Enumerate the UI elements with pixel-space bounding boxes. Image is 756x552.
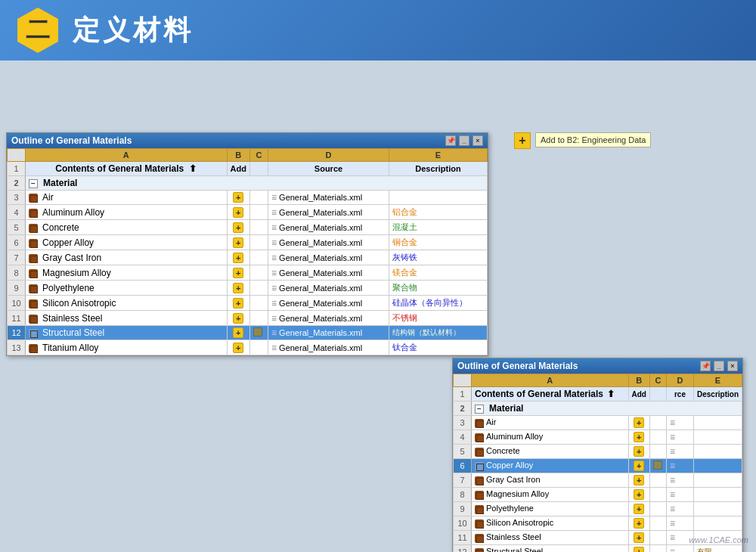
add-icon[interactable]: + (233, 253, 243, 263)
add-icon[interactable]: + (634, 446, 644, 457)
add-cell[interactable]: + (227, 326, 249, 340)
add-icon[interactable]: + (634, 417, 644, 428)
collapse-icon-2[interactable]: − (475, 405, 484, 414)
add-icon[interactable]: + (634, 489, 644, 500)
add-icon[interactable]: + (233, 268, 243, 278)
material-name-cell[interactable]: Structural Steel (472, 545, 629, 553)
material-name-cell[interactable]: Structural Steel (26, 326, 228, 340)
material-name-cell[interactable]: Magnesium Alloy (472, 488, 629, 502)
sort-icon-2[interactable]: ⬆ (607, 389, 615, 399)
material-name-cell[interactable]: Aluminum Alloy (472, 430, 629, 445)
add-cell[interactable]: + (227, 250, 249, 265)
add-cell[interactable]: + (227, 311, 249, 326)
pin-button-2[interactable]: 📌 (700, 361, 711, 371)
add-cell[interactable]: + (227, 265, 249, 281)
table-row-selected[interactable]: 6 Copper Alloy + ≡ (454, 459, 742, 473)
add-cell[interactable]: + (628, 416, 649, 430)
add-cell[interactable]: + (628, 445, 649, 459)
material-icon (29, 194, 38, 203)
add-cell[interactable]: + (628, 488, 649, 502)
add-cell[interactable]: + (628, 516, 649, 531)
add-cell[interactable]: + (628, 502, 649, 516)
add-icon[interactable]: + (233, 237, 243, 248)
table-row[interactable]: 13 Titanium Alloy + ≡ General_Materials.… (8, 340, 488, 355)
material-name-cell[interactable]: Air (472, 416, 629, 430)
add-icon[interactable]: + (634, 518, 644, 529)
material-name-cell[interactable]: Polyethylene (26, 281, 228, 296)
add-cell[interactable]: + (628, 430, 649, 445)
table-row[interactable]: 4 Aluminum Alloy + ≡ General_Materials.x… (8, 205, 488, 220)
table-row[interactable]: 7 Gray Cast Iron + ≡ (454, 473, 742, 488)
table-row[interactable]: 6 Copper Alloy + ≡ General_Materials.xml… (8, 235, 488, 250)
material-name-cell[interactable]: Copper Alloy (472, 459, 629, 473)
pin-button-1[interactable]: 📌 (445, 135, 456, 146)
add-cell[interactable]: + (227, 296, 249, 311)
material-name-cell[interactable]: Concrete (26, 220, 228, 235)
desc-cell (693, 430, 742, 445)
add-to-engineering-data-button[interactable]: + (514, 132, 531, 149)
material-name-cell[interactable]: Titanium Alloy (26, 340, 228, 355)
table-row[interactable]: 4 Aluminum Alloy + ≡ (454, 430, 742, 445)
material-name-cell[interactable]: Stainless Steel (472, 531, 629, 545)
add-icon[interactable]: + (634, 504, 644, 514)
table-row[interactable]: 3 Air + ≡ General_Materials.xml (8, 191, 488, 205)
table-row[interactable]: 9 Polyethylene + ≡ General_Materials.xml… (8, 281, 488, 296)
add-icon[interactable]: + (233, 192, 243, 203)
material-name-cell[interactable]: Copper Alloy (26, 235, 228, 250)
material-name-cell[interactable]: Polyethylene (472, 502, 629, 516)
table-row[interactable]: 12 Structural Steel + ≡ 有限... (454, 545, 742, 553)
collapse-icon[interactable]: − (29, 179, 38, 188)
table-row[interactable]: 7 Gray Cast Iron + ≡ General_Materials.x… (8, 250, 488, 265)
material-name-cell[interactable]: Silicon Anisotropic (26, 296, 228, 311)
material-name-cell[interactable]: Concrete (472, 445, 629, 459)
table-row[interactable]: 10 Silicon Anisotropic + ≡ (454, 516, 742, 531)
add-cell[interactable]: + (628, 473, 649, 488)
desc-cell: 聚合物 (389, 281, 488, 296)
material-name-cell[interactable]: Gray Cast Iron (26, 250, 228, 265)
table-row[interactable]: 8 Magnesium Alloy + ≡ (454, 488, 742, 502)
material-name-cell[interactable]: Aluminum Alloy (26, 205, 228, 220)
add-cell[interactable]: + (227, 220, 249, 235)
material-name-cell[interactable]: Silicon Anisotropic (472, 516, 629, 531)
add-cell[interactable]: + (628, 459, 649, 473)
table-row[interactable]: 9 Polyethylene + ≡ (454, 502, 742, 516)
add-cell[interactable]: + (628, 545, 649, 553)
add-cell[interactable]: + (227, 191, 249, 205)
sort-icon[interactable]: ⬆ (189, 163, 197, 174)
material-name-cell[interactable]: Magnesium Alloy (26, 265, 228, 281)
table-row[interactable]: 5 Concrete + ≡ (454, 445, 742, 459)
add-icon[interactable]: + (634, 547, 644, 552)
table-row[interactable]: 11 Stainless Steel + ≡ General_Materials… (8, 311, 488, 326)
add-icon[interactable]: + (233, 222, 243, 233)
material-name-cell[interactable]: Air (26, 191, 228, 205)
add-cell[interactable]: + (227, 235, 249, 250)
table-row[interactable]: 3 Air + ≡ (454, 416, 742, 430)
table-row[interactable]: 8 Magnesium Alloy + ≡ General_Materials.… (8, 265, 488, 281)
add-icon[interactable]: + (233, 327, 243, 338)
material-name-cell[interactable]: Gray Cast Iron (472, 473, 629, 488)
close-button-2[interactable]: × (727, 361, 738, 371)
minimize-button-1[interactable]: _ (459, 135, 469, 146)
table-row[interactable]: 10 Silicon Anisotropic + ≡ General_Mater… (8, 296, 488, 311)
add-icon[interactable]: + (634, 475, 644, 485)
source-cell: ≡ (666, 502, 693, 516)
c-cell (649, 516, 666, 531)
add-icon[interactable]: + (233, 207, 243, 218)
add-icon[interactable]: + (233, 313, 243, 324)
material-name-cell[interactable]: Stainless Steel (26, 311, 228, 326)
row-num: 4 (454, 430, 472, 445)
add-cell[interactable]: + (227, 281, 249, 296)
add-cell[interactable]: + (227, 205, 249, 220)
add-icon[interactable]: + (233, 298, 243, 309)
add-icon[interactable]: + (233, 283, 243, 293)
add-cell[interactable]: + (227, 340, 249, 355)
add-icon[interactable]: + (233, 343, 243, 353)
add-icon[interactable]: + (634, 461, 644, 471)
table-row[interactable]: 5 Concrete + ≡ General_Materials.xml 混凝土 (8, 220, 488, 235)
table-row-selected[interactable]: 12 Structural Steel + ≡ General_Material… (8, 326, 488, 340)
add-cell[interactable]: + (628, 531, 649, 545)
add-icon[interactable]: + (634, 432, 644, 442)
add-icon[interactable]: + (634, 532, 644, 543)
close-button-1[interactable]: × (472, 135, 483, 146)
minimize-button-2[interactable]: _ (714, 361, 724, 371)
